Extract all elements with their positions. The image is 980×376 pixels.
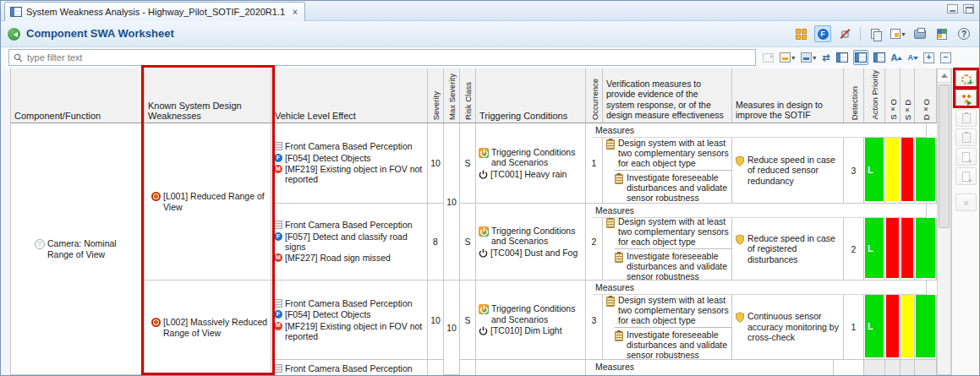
copy-icon[interactable]: [868, 25, 884, 42]
action-priority-cell[interactable]: L: [864, 218, 885, 281]
measures-band: Measures: [593, 204, 927, 218]
severity-cell[interactable]: 10: [428, 123, 444, 204]
detection-cell[interactable]: 2: [844, 218, 864, 281]
sxd-cell[interactable]: [901, 218, 915, 281]
detection-cell[interactable]: 1: [844, 295, 864, 360]
minimize-icon[interactable]: [947, 4, 958, 14]
col-header-verification[interactable]: Verification measures to provide evidenc…: [603, 68, 732, 123]
col-header-occurrence[interactable]: Occurrence: [586, 68, 603, 123]
paste-special-button[interactable]: [955, 128, 977, 146]
collapse-all-icon[interactable]: −: [939, 50, 952, 65]
open-in-editor-icon[interactable]: [762, 50, 775, 65]
hide-not-relevant-icon[interactable]: [836, 25, 853, 42]
design-measure-cell[interactable]: Reduce speed in case of reduced sensor r…: [732, 138, 844, 204]
close-icon[interactable]: ×: [293, 8, 298, 17]
vehicle-effect-cell[interactable]: Front Camera Based Perception F[F057] De…: [271, 204, 428, 281]
vehicle-effect-cell[interactable]: Front Camera Based Perception F[F054] De…: [271, 281, 428, 360]
vehicle-effect-cell[interactable]: Front Camera Based Perception F[F054] De…: [271, 360, 428, 375]
font-increase-icon[interactable]: A: [890, 50, 903, 65]
triggering-cell[interactable]: Triggering Conditions and Scenarios [TC0…: [476, 281, 586, 360]
severity-cell[interactable]: [428, 360, 444, 375]
export-table-icon[interactable]: [933, 25, 950, 42]
component-cell[interactable]: Camera: Nominal Range of View: [11, 123, 145, 375]
severity-cell[interactable]: 8: [428, 204, 444, 281]
risk-class-cell[interactable]: S: [460, 204, 476, 281]
risk-class-cell[interactable]: S: [460, 281, 476, 360]
sxo-cell[interactable]: [885, 360, 901, 375]
highlight-marker-dropdown-icon[interactable]: ▾: [779, 50, 796, 65]
sxo-cell[interactable]: [885, 218, 901, 281]
maximize-icon[interactable]: [963, 4, 974, 14]
severity-cell[interactable]: 10: [428, 281, 444, 360]
sxo-cell[interactable]: [885, 138, 901, 204]
delete-button[interactable]: ×: [955, 193, 977, 211]
action-priority-cell[interactable]: L: [864, 295, 885, 360]
help-icon[interactable]: ?: [955, 25, 972, 42]
col-header-severity[interactable]: Severity: [428, 68, 444, 123]
max-severity-cell-l002[interactable]: 10: [444, 281, 460, 375]
col-header-sxo[interactable]: S×O: [885, 68, 901, 123]
col-header-vehicle-effect[interactable]: Vehicle Level Effect: [271, 68, 428, 123]
table-view-alt-icon[interactable]: [873, 50, 886, 65]
layout-dropdown-icon[interactable]: ▾: [890, 25, 906, 42]
action-priority-cell[interactable]: L: [864, 138, 885, 204]
compare-columns-icon[interactable]: ⇄: [821, 50, 830, 65]
col-header-dxo[interactable]: D×O: [915, 68, 937, 123]
detection-cell[interactable]: 3: [844, 138, 864, 204]
sxd-status: [901, 218, 913, 278]
max-severity-cell-l001[interactable]: 10: [444, 123, 460, 281]
triggering-cell[interactable]: Triggering Conditions and Scenarios [TC0…: [476, 123, 586, 204]
triggering-cell[interactable]: [476, 360, 586, 375]
sxd-cell[interactable]: [901, 295, 915, 360]
detection-cell[interactable]: [844, 360, 864, 375]
verification-measures-cell[interactable]: Design system with at least two compleme…: [603, 138, 732, 204]
table-view-icon[interactable]: [835, 50, 849, 65]
add-row-button[interactable]: [955, 148, 977, 166]
col-header-action-priority[interactable]: Action Priority: [864, 68, 885, 123]
col-header-design-measures[interactable]: Measures in design to improve the SOTIF: [732, 68, 844, 123]
grid-view-icon[interactable]: [792, 25, 809, 42]
function-view-icon[interactable]: F: [814, 25, 831, 42]
paste-button[interactable]: [955, 109, 977, 127]
print-icon[interactable]: [912, 25, 928, 42]
weakness-cell-l002[interactable]: [L002] Massively Reduced Range of View: [145, 281, 271, 375]
sxd-cell[interactable]: [901, 138, 915, 204]
col-header-risk-class[interactable]: Risk Class: [460, 68, 476, 123]
weakness-cell-l001[interactable]: [L001] Reduced Range of View: [145, 123, 271, 281]
col-header-max-severity[interactable]: Max Severity: [444, 68, 460, 123]
risk-class-cell[interactable]: S: [460, 123, 476, 204]
font-decrease-icon[interactable]: A: [907, 50, 919, 65]
action-priority-cell[interactable]: [864, 360, 885, 375]
add-weakness-causes-button[interactable]: [955, 90, 977, 107]
risk-class-cell[interactable]: [460, 360, 476, 375]
scroll-up-icon[interactable]: [938, 69, 950, 83]
dxo-cell[interactable]: [915, 218, 937, 281]
vertical-scrollbar[interactable]: [937, 68, 951, 375]
expand-all-icon[interactable]: +: [923, 50, 935, 65]
filter-input[interactable]: type filter text: [8, 49, 756, 66]
col-header-sxd[interactable]: S×D: [901, 68, 915, 123]
verification-measures-cell[interactable]: Design system with at least two compleme…: [603, 218, 732, 281]
col-header-triggering[interactable]: Triggering Conditions: [476, 68, 586, 123]
mark-marker-dropdown-icon[interactable]: ▾: [800, 50, 817, 65]
design-measure-cell[interactable]: Continuous sensor accuracy monitoring by…: [732, 295, 844, 360]
scrollbar-thumb[interactable]: [939, 84, 950, 228]
dxo-cell[interactable]: [915, 295, 937, 360]
triggering-cell[interactable]: Triggering Conditions and Scenarios [TC0…: [476, 204, 586, 281]
function-icon: F: [274, 232, 282, 241]
table-view-active-icon[interactable]: [853, 50, 868, 65]
dxo-cell[interactable]: [915, 138, 937, 204]
add-weakness-button[interactable]: [955, 70, 977, 88]
col-header-weaknesses[interactable]: Known System Design Weaknesses: [145, 68, 271, 123]
dxo-status: [916, 295, 935, 357]
vehicle-effect-cell[interactable]: Front Camera Based Perception F[F054] De…: [271, 123, 428, 204]
add-child-row-button[interactable]: [955, 167, 977, 185]
col-header-component[interactable]: Component/Function: [11, 68, 145, 123]
col-header-detection[interactable]: Detection: [844, 68, 864, 123]
dxo-cell[interactable]: [915, 360, 937, 375]
verification-measures-cell[interactable]: Design system with at least two compleme…: [603, 295, 732, 360]
design-measure-cell[interactable]: Reduce speed in case of registered distu…: [732, 218, 844, 281]
sxo-cell[interactable]: [885, 295, 901, 360]
editor-tab[interactable]: System Weakness Analysis - Highway_Pilot…: [4, 2, 305, 21]
sxd-cell[interactable]: [901, 360, 915, 375]
